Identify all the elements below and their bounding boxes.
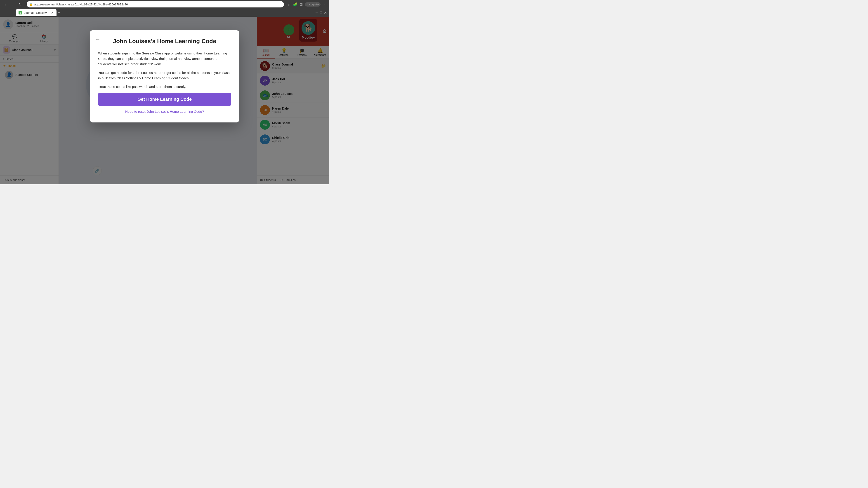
bookmark-icon[interactable]: ☆: [287, 2, 291, 6]
modal-para1-bold: not: [118, 62, 123, 66]
browser-tab-bar: S Journal - Seesaw ✕ + ─ □ ✕: [0, 8, 329, 17]
browser-window-controls: ‹ › ↻ 🔒 app.seesaw.me/#/class/class.e01b…: [0, 0, 329, 8]
reset-code-link[interactable]: Need to reset John Louises's Home Learni…: [98, 109, 231, 113]
tab-label: Journal - Seesaw: [24, 11, 49, 14]
app-container: 👤 Lauren Deli Teacher · 2 Classes 💬 Mess…: [0, 17, 329, 184]
modal-body: When students sign in to the Seesaw Clas…: [98, 51, 231, 113]
nav-back-button[interactable]: ‹: [2, 1, 8, 7]
tab-close-button[interactable]: ✕: [51, 11, 54, 14]
modal-para1-text: When students sign in to the Seesaw Clas…: [98, 51, 227, 66]
modal-title: John Louises's Home Learning Code: [98, 37, 231, 45]
modal-para2: You can get a code for John Louises here…: [98, 70, 231, 81]
get-home-learning-code-button[interactable]: Get Home Learning Code: [98, 93, 231, 106]
nav-reload-button[interactable]: ↻: [17, 1, 23, 7]
home-learning-modal: ← John Louises's Home Learning Code When…: [90, 30, 239, 123]
modal-para1: When students sign in to the Seesaw Clas…: [98, 51, 231, 67]
url-text: app.seesaw.me/#/class/class.e01bf4c2-9a2…: [34, 3, 128, 6]
menu-icon[interactable]: ⋮: [323, 2, 327, 7]
close-window-button[interactable]: ✕: [324, 11, 327, 15]
new-tab-button[interactable]: +: [58, 10, 60, 15]
active-tab[interactable]: S Journal - Seesaw ✕: [16, 9, 57, 16]
nav-forward-button[interactable]: ›: [9, 1, 16, 7]
modal-warning: Treat these codes like passwords and sto…: [98, 84, 231, 90]
incognito-label: Incognito: [305, 2, 320, 6]
maximize-button[interactable]: □: [320, 11, 322, 15]
modal-overlay[interactable]: ← John Louises's Home Learning Code When…: [0, 17, 329, 184]
profile-split-icon[interactable]: ⊡: [300, 2, 303, 6]
modal-para1-end: see other students' work.: [123, 62, 162, 66]
extensions-icon[interactable]: 🧩: [293, 2, 298, 6]
lock-icon: 🔒: [29, 3, 33, 6]
tab-favicon: S: [19, 11, 22, 14]
modal-back-button[interactable]: ←: [95, 37, 100, 42]
address-bar[interactable]: 🔒 app.seesaw.me/#/class/class.e01bf4c2-9…: [27, 1, 284, 7]
minimize-button[interactable]: ─: [315, 11, 318, 15]
